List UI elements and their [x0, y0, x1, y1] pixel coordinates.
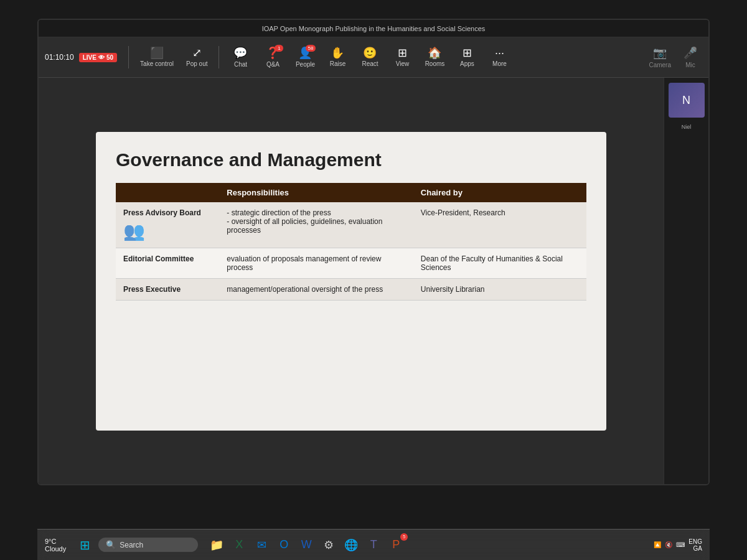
- role-editorial: Editorial Committee: [116, 248, 219, 278]
- participants-side-panel: N Niel: [664, 78, 708, 484]
- chaired-press-advisory: Vice-President, Research: [413, 202, 586, 248]
- meeting-timer: 01:10:10: [45, 53, 74, 62]
- more-button[interactable]: ··· More: [484, 45, 514, 70]
- toolbar-divider-2: [218, 46, 219, 68]
- main-content: Governance and Management Responsibiliti…: [39, 78, 708, 484]
- people-badge-wrap: 👤 58: [298, 47, 312, 59]
- participant-avatar-initial: N: [682, 94, 690, 107]
- view-button[interactable]: ⊞ View: [387, 45, 417, 70]
- edge-button[interactable]: 🌐: [341, 535, 361, 555]
- view-icon: ⊞: [398, 47, 407, 58]
- raise-icon: ✋: [331, 47, 344, 58]
- live-badge: LIVE 👁 50: [79, 53, 117, 62]
- teams-toolbar: 01:10:10 LIVE 👁 50 ⬛ Take control ⤢ Pop …: [39, 37, 708, 78]
- presentation-slide: Governance and Management Responsibiliti…: [96, 132, 606, 431]
- participant-avatar: N: [669, 83, 705, 118]
- chaired-press-executive: University Librarian: [413, 278, 586, 300]
- slide-area: Governance and Management Responsibiliti…: [39, 78, 664, 484]
- laptop-screen: IOAP Open Monograph Publishing in the Hu…: [37, 19, 710, 485]
- mic-icon: 🎤: [684, 46, 697, 60]
- mic-muted-icon: 🔇: [665, 541, 672, 548]
- react-button[interactable]: 🙂 React: [355, 45, 385, 70]
- rooms-button[interactable]: 🏠 Rooms: [420, 45, 449, 70]
- raise-button[interactable]: ✋ Raise: [322, 45, 352, 70]
- responsibilities-press-executive: management/operational oversight of the …: [219, 278, 413, 300]
- mic-button[interactable]: 🎤 Mic: [679, 44, 702, 71]
- powerpoint-button[interactable]: P 5: [386, 535, 406, 555]
- teams-topbar: IOAP Open Monograph Publishing in the Hu…: [39, 20, 708, 37]
- table-row: Press Executive management/operational o…: [116, 278, 586, 300]
- table-header-row: Responsibilities Chaired by: [116, 183, 586, 202]
- toolbar-right: 📷 Camera 🎤 Mic: [644, 44, 702, 71]
- qa-button[interactable]: ❓ 1 Q&A: [258, 45, 288, 70]
- toolbar-left: 01:10:10 LIVE 👁 50: [45, 53, 117, 62]
- taskbar: 9°C Cloudy ⊞ 🔍 Search 📁 X ✉ O W ⚙ 🌐 T P …: [37, 529, 710, 560]
- weather-temp: 9°C: [45, 538, 66, 545]
- advisory-board-icon: 👥: [123, 221, 212, 241]
- participant-name: Niel: [680, 123, 693, 131]
- chat-button[interactable]: 💬 Chat: [225, 45, 255, 70]
- col-header-role: [116, 183, 219, 202]
- col-header-responsibilities: Responsibilities: [219, 183, 413, 202]
- more-icon: ···: [495, 47, 504, 58]
- notification-badge: 5: [400, 533, 408, 541]
- toolbar-divider: [128, 46, 129, 68]
- responsibilities-editorial: evaluation of proposals management of re…: [219, 248, 413, 278]
- chaired-editorial: Dean of the Faculty of Humanities & Soci…: [413, 248, 586, 278]
- role-press-executive: Press Executive: [116, 278, 219, 300]
- taskbar-apps: 📁 X ✉ O W ⚙ 🌐 T P 5: [207, 535, 406, 555]
- excel-button[interactable]: X: [229, 535, 249, 555]
- governance-table: Responsibilities Chaired by Press Adviso…: [116, 183, 586, 301]
- taskbar-search[interactable]: 🔍 Search: [98, 538, 198, 552]
- chat-badge-wrap: 💬: [233, 47, 247, 59]
- col-header-chaired-by: Chaired by: [413, 183, 586, 202]
- responsibilities-press-advisory: - strategic direction of the press- over…: [219, 202, 413, 248]
- role-press-advisory: Press Advisory Board 👥: [116, 202, 219, 248]
- start-button[interactable]: ⊞: [75, 535, 95, 555]
- meeting-tab-bar: Ellen Breen (External) × +: [39, 484, 708, 485]
- windows-icon: ⊞: [80, 538, 90, 553]
- rooms-icon: 🏠: [428, 47, 441, 58]
- settings-button[interactable]: ⚙: [319, 535, 339, 555]
- take-control-icon: ⬛: [150, 47, 164, 58]
- search-icon: 🔍: [106, 540, 116, 549]
- chat-icon: 💬: [233, 47, 247, 59]
- pop-out-button[interactable]: ⤢ Pop out: [181, 45, 212, 70]
- meeting-title: IOAP Open Monograph Publishing in the Hu…: [262, 25, 486, 32]
- weather-condition: Cloudy: [45, 545, 66, 553]
- laptop-body: IOAP Open Monograph Publishing in the Hu…: [0, 0, 747, 560]
- weather-info: 9°C Cloudy: [45, 538, 66, 553]
- teams-button[interactable]: T: [364, 535, 383, 555]
- slide-title: Governance and Management: [116, 149, 586, 170]
- pop-out-icon: ⤢: [192, 47, 202, 58]
- take-control-button[interactable]: ⬛ Take control: [135, 45, 179, 70]
- camera-icon: 📷: [653, 46, 667, 60]
- word-button[interactable]: W: [296, 535, 316, 555]
- camera-button[interactable]: 📷 Camera: [644, 44, 676, 71]
- keyboard-icon: ⌨: [676, 541, 685, 548]
- apps-icon: ⊞: [463, 47, 472, 58]
- people-button[interactable]: 👤 58 People: [290, 45, 320, 70]
- apps-button[interactable]: ⊞ Apps: [452, 45, 482, 70]
- table-row: Editorial Committee evaluation of propos…: [116, 248, 586, 278]
- system-tray: 🔼: [654, 541, 661, 548]
- react-icon: 🙂: [363, 47, 377, 58]
- file-explorer-button[interactable]: 📁: [207, 535, 227, 555]
- mail-button[interactable]: ✉: [251, 535, 271, 555]
- taskbar-right: 🔼 🔇 ⌨ ENG GA: [654, 538, 702, 552]
- table-row: Press Advisory Board 👥 - strategic direc…: [116, 202, 586, 248]
- language-indicator: ENG GA: [688, 538, 702, 552]
- search-placeholder: Search: [120, 541, 143, 549]
- outlook-button[interactable]: O: [274, 535, 294, 555]
- qa-badge-wrap: ❓ 1: [266, 47, 280, 59]
